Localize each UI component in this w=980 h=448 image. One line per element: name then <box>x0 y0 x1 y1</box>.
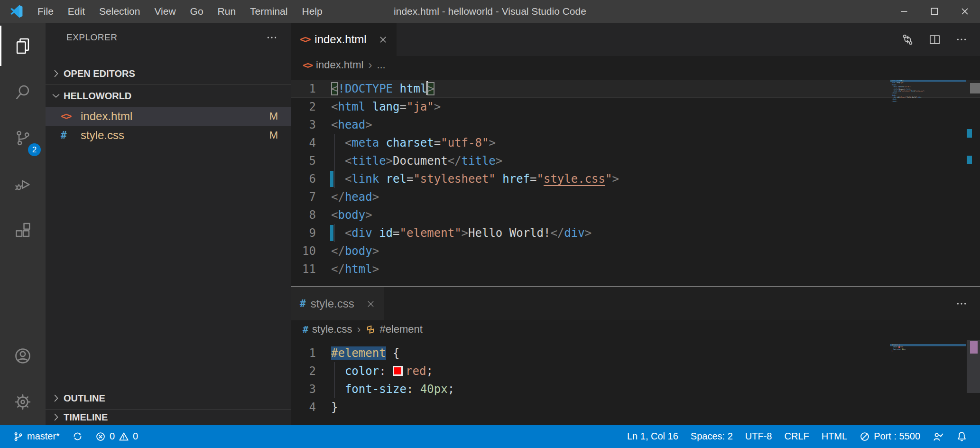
menu-help[interactable]: Help <box>295 0 329 23</box>
search-icon <box>14 83 32 101</box>
menu-bar: FileEditSelectionViewGoRunTerminalHelp <box>30 0 330 23</box>
status-label: 0 <box>110 431 115 442</box>
code-line: 6 <link rel="stylesheet" href="style.css… <box>291 170 980 188</box>
close-tab-button[interactable] <box>378 35 388 45</box>
menu-run[interactable]: Run <box>211 0 243 23</box>
line-number: 3 <box>291 116 316 134</box>
breadcrumb-item[interactable]: <>index.html <box>303 59 363 71</box>
sidebar-title: EXPLORER <box>66 32 117 43</box>
status-problems[interactable]: 00 <box>89 425 144 448</box>
folder-section[interactable]: HELLOWORLD <box>46 84 291 107</box>
maximize-button[interactable] <box>919 0 950 23</box>
minimize-icon <box>898 6 910 17</box>
breadcrumb-label: style.css <box>312 323 352 336</box>
editor-actions <box>901 23 980 56</box>
activity-settings[interactable] <box>0 379 46 425</box>
code-line: 4 <meta charset="utf-8"> <box>291 134 980 152</box>
breadcrumb-item[interactable]: #style.css <box>303 323 352 336</box>
activity-explorer[interactable] <box>0 23 46 69</box>
code-line: 8<body> <box>291 206 980 224</box>
line-number: 7 <box>291 188 316 206</box>
outline-section[interactable]: OUTLINE <box>46 387 291 409</box>
status-indentation[interactable]: Spaces: 2 <box>684 425 739 448</box>
overview-ruler <box>967 74 980 286</box>
breadcrumb-label: index.html <box>316 59 363 71</box>
line-number: 11 <box>291 260 316 278</box>
code-editor[interactable]: 1#element {2 color: red;3 font-size: 40p… <box>291 338 980 425</box>
activity-run-debug[interactable] <box>0 161 46 207</box>
status-sync[interactable] <box>66 425 89 448</box>
breadcrumb-label: ... <box>377 59 385 71</box>
code-line: 11</html> <box>291 260 980 278</box>
activity-extensions[interactable] <box>0 207 46 253</box>
line-number: 2 <box>291 362 316 380</box>
file-style.css[interactable]: #style.cssM <box>46 126 291 145</box>
status-notifications[interactable] <box>950 425 973 448</box>
css-rule-icon <box>365 324 376 335</box>
gear-icon <box>13 392 32 411</box>
circle-slash-icon <box>860 431 870 442</box>
code-line: 10</body> <box>291 242 980 260</box>
status-language-mode[interactable]: HTML <box>815 425 853 448</box>
folder-label: HELLOWORLD <box>64 91 131 102</box>
close-icon <box>959 6 971 17</box>
close-window-button[interactable] <box>950 0 980 23</box>
menu-edit[interactable]: Edit <box>61 0 92 23</box>
minimap-line: </html> <box>890 101 966 103</box>
more-actions-button[interactable] <box>955 33 968 46</box>
status-eol[interactable]: CRLF <box>778 425 815 448</box>
explorer-more-actions-button[interactable] <box>266 31 278 44</box>
overview-selection-mark <box>970 341 978 354</box>
activity-search[interactable] <box>0 69 46 115</box>
menu-selection[interactable]: Selection <box>92 0 147 23</box>
code-editor[interactable]: 1<!DOCTYPE html>2<html lang="ja">3<head>… <box>291 74 980 286</box>
color-swatch <box>393 366 403 376</box>
split-editor-button[interactable] <box>928 33 941 46</box>
status-feedback[interactable] <box>926 425 950 448</box>
title-bar: FileEditSelectionViewGoRunTerminalHelp i… <box>0 0 980 23</box>
tab-index.html[interactable]: <>index.html <box>291 23 397 56</box>
menu-go[interactable]: Go <box>183 0 211 23</box>
open-changes-button[interactable] <box>901 33 914 46</box>
bell-icon <box>956 431 967 442</box>
breadcrumb-separator: › <box>357 323 361 336</box>
code-line: 1<!DOCTYPE html> <box>291 80 980 98</box>
status-encoding[interactable]: UTF-8 <box>739 425 778 448</box>
status-cursor-position[interactable]: Ln 1, Col 16 <box>621 425 684 448</box>
activity-source-control[interactable]: 2 <box>0 115 46 161</box>
tab-label: style.css <box>311 297 354 310</box>
close-tab-button[interactable] <box>366 299 376 309</box>
tab-style.css[interactable]: #style.css <box>291 287 384 320</box>
minimize-button[interactable] <box>889 0 919 23</box>
chevron-right-icon <box>50 392 62 404</box>
file-index.html[interactable]: <>index.htmlM <box>46 107 291 126</box>
minimap[interactable]: <!DOCTYPE html><html lang="ja"><head> <m… <box>890 80 967 286</box>
more-actions-button[interactable] <box>955 298 968 310</box>
overview-modified-mark <box>967 156 972 164</box>
status-label: CRLF <box>784 431 809 442</box>
breadcrumb-item[interactable]: #element <box>365 323 423 336</box>
status-bar: master*00 Ln 1, Col 16Spaces: 2UTF-8CRLF… <box>0 425 980 448</box>
status-label: Ln 1, Col 16 <box>627 431 678 442</box>
menu-view[interactable]: View <box>147 0 183 23</box>
sidebar-header: EXPLORER <box>46 23 291 52</box>
status-live-server-port[interactable]: Port : 5500 <box>853 425 926 448</box>
scrollbar-thumb[interactable] <box>970 83 980 93</box>
debug-icon <box>14 175 32 193</box>
timeline-section[interactable]: TIMELINE <box>46 409 291 425</box>
minimap[interactable]: #element { color: red; font-size: 40px;} <box>890 344 967 425</box>
breadcrumb-item[interactable]: ... <box>377 59 385 71</box>
explorer-sidebar: EXPLORER OPEN EDITORS HELLOWORLD <>index… <box>46 23 291 425</box>
status-branch[interactable]: master* <box>7 425 66 448</box>
git-modified-badge: M <box>269 110 278 122</box>
status-label: UTF-8 <box>745 431 772 442</box>
code-line: 4} <box>291 398 980 416</box>
warning-icon <box>119 431 129 442</box>
breadcrumb-label: #element <box>379 323 423 336</box>
tab-bar: #style.css <box>291 287 980 320</box>
menu-file[interactable]: File <box>30 0 61 23</box>
activity-account[interactable] <box>0 333 46 379</box>
line-number: 4 <box>291 398 316 416</box>
menu-terminal[interactable]: Terminal <box>243 0 295 23</box>
open-editors-section[interactable]: OPEN EDITORS <box>46 63 291 84</box>
